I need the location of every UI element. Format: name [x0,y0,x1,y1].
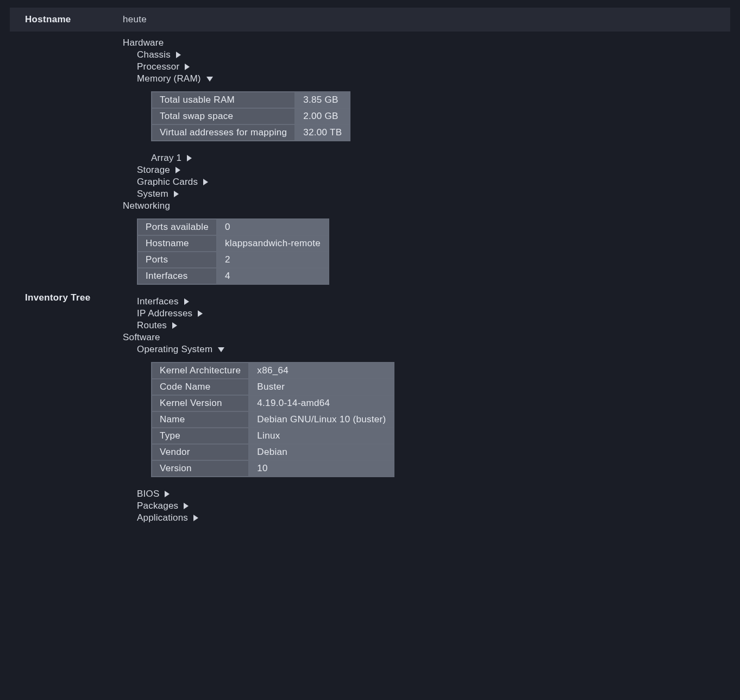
table-key: Code Name [152,379,249,395]
node-label: Graphic Cards [137,177,198,188]
table-val: Buster [249,379,394,395]
node-label: Interfaces [137,296,179,307]
table-val: Linux [249,428,394,444]
tree-node-hardware[interactable]: Hardware [123,37,730,49]
node-label: Operating System [137,344,212,355]
tree-node-system[interactable]: System [137,188,730,200]
table-row: Interfaces4 [137,268,329,284]
table-val: Debian [249,444,394,460]
hostname-value: heute [123,14,147,25]
table-row: Virtual addresses for mapping32.00 TB [152,124,350,141]
tree-node-applications[interactable]: Applications [137,512,730,524]
tree-node-memory[interactable]: Memory (RAM) [137,73,730,85]
table-row: TypeLinux [152,428,394,444]
table-val: klappsandwich-remote [217,235,329,252]
inventory-tree: Hardware Chassis Processor Memory (RAM) … [123,37,730,524]
table-row: Version10 [152,460,394,477]
os-table: Kernel Architecturex86_64 Code NameBuste… [151,362,394,477]
tree-node-processor[interactable]: Processor [137,61,730,73]
chevron-right-icon [176,52,181,58]
table-key: Type [152,428,249,444]
chevron-right-icon [193,515,198,521]
node-label: Software [123,332,160,343]
chevron-down-icon [206,77,213,82]
chevron-right-icon [187,155,192,161]
chevron-right-icon [174,191,179,197]
chevron-right-icon [165,491,170,497]
tree-node-interfaces[interactable]: Interfaces [137,296,730,308]
table-val: 2 [217,252,329,268]
table-row: Ports available0 [137,219,329,235]
table-key: Kernel Architecture [152,362,249,379]
tree-node-routes[interactable]: Routes [137,320,730,332]
chevron-right-icon [172,322,177,329]
table-key: Kernel Version [152,395,249,411]
table-row: Code NameBuster [152,379,394,395]
node-label: BIOS [137,489,159,499]
table-row: Kernel Version4.19.0-14-amd64 [152,395,394,411]
node-label: Networking [123,201,170,211]
table-val: 10 [249,460,394,477]
table-val: 0 [217,219,329,235]
node-label: Applications [137,512,188,523]
networking-table: Ports available0 Hostnameklappsandwich-r… [137,218,329,285]
node-label: Packages [137,501,178,511]
hostname-label: Hostname [25,14,123,25]
chevron-down-icon [218,347,224,352]
node-label: System [137,189,168,199]
node-label: Processor [137,61,179,72]
table-key: Hostname [137,235,217,252]
table-val: 32.00 TB [295,124,350,141]
hostname-row: Hostname heute [10,8,730,32]
table-row: Hostnameklappsandwich-remote [137,235,329,252]
table-row: Ports2 [137,252,329,268]
table-row: Total usable RAM3.85 GB [152,92,350,108]
node-label: Chassis [137,49,171,60]
table-key: Vendor [152,444,249,460]
node-label: Memory (RAM) [137,73,201,84]
tree-node-software[interactable]: Software [123,332,730,343]
table-val: 4.19.0-14-amd64 [249,395,394,411]
chevron-right-icon [175,167,180,173]
table-key: Total usable RAM [152,92,295,108]
memory-table: Total usable RAM3.85 GB Total swap space… [151,91,350,141]
chevron-right-icon [184,503,189,509]
node-label: Array 1 [151,153,181,164]
table-row: Total swap space2.00 GB [152,108,350,124]
table-val: Debian GNU/Linux 10 (buster) [249,411,394,428]
table-key: Total swap space [152,108,295,124]
node-label: Routes [137,320,167,331]
table-val: 4 [217,268,329,284]
table-val: 3.85 GB [295,92,350,108]
node-label: Storage [137,165,170,176]
tree-node-packages[interactable]: Packages [137,500,730,512]
inventory-tree-label: Inventory Tree [25,37,123,524]
chevron-right-icon [185,64,190,70]
table-key: Ports [137,252,217,268]
table-val: 2.00 GB [295,108,350,124]
chevron-right-icon [184,298,189,305]
chevron-right-icon [203,179,208,185]
table-key: Name [152,411,249,428]
table-row: VendorDebian [152,444,394,460]
table-key: Virtual addresses for mapping [152,124,295,141]
table-val: x86_64 [249,362,394,379]
tree-node-ip-addresses[interactable]: IP Addresses [137,308,730,320]
table-key: Version [152,460,249,477]
node-label: Hardware [123,38,164,48]
tree-node-os[interactable]: Operating System [137,343,730,355]
tree-node-chassis[interactable]: Chassis [137,49,730,61]
table-key: Ports available [137,219,217,235]
node-label: IP Addresses [137,308,192,319]
table-row: NameDebian GNU/Linux 10 (buster) [152,411,394,428]
tree-node-bios[interactable]: BIOS [137,488,730,500]
tree-node-storage[interactable]: Storage [137,164,730,176]
tree-node-graphic-cards[interactable]: Graphic Cards [137,176,730,188]
table-key: Interfaces [137,268,217,284]
tree-node-array1[interactable]: Array 1 [151,152,730,164]
table-row: Kernel Architecturex86_64 [152,362,394,379]
tree-node-networking[interactable]: Networking [123,200,730,212]
chevron-right-icon [198,310,203,317]
